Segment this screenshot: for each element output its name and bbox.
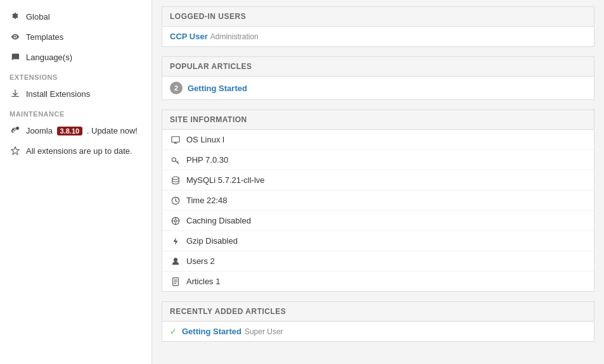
site-info-caching-label: Caching Disabled (186, 216, 251, 225)
maintenance-section-label: MAINTENANCE (0, 104, 151, 120)
site-info-php-label: PHP 7.0.30 (186, 155, 228, 165)
sidebar-joomla-label: Joomla 3.8.10 . Update now! (26, 126, 138, 135)
sidebar-item-install-extensions[interactable]: Install Extensions (0, 84, 151, 104)
site-info-mysql-label: MySQLi 5.7.21-cll-lve (186, 175, 265, 185)
user-icon (170, 257, 181, 266)
svg-line-6 (176, 160, 179, 163)
sidebar-global-label: Global (26, 12, 50, 22)
database-icon (170, 176, 181, 185)
recently-added-panel: RECENTLY ADDED ARTICLES ✓ Getting Starte… (162, 301, 594, 342)
eye-icon (10, 31, 21, 42)
bolt-icon (170, 237, 181, 246)
site-info-php: PHP 7.0.30 (162, 150, 594, 170)
joomla-version-badge: 3.8.10 (57, 127, 83, 135)
sidebar-item-templates[interactable]: Templates (0, 27, 151, 47)
download-icon (10, 88, 21, 99)
svg-rect-2 (172, 136, 179, 142)
sidebar-item-extensions-uptodate[interactable]: All extensions are up to date. (0, 141, 151, 161)
sidebar-item-joomla-update[interactable]: Joomla 3.8.10 . Update now! (0, 120, 151, 141)
popular-article-link[interactable]: Getting Started (188, 84, 247, 93)
update-now-text: . Update now! (87, 126, 138, 135)
site-info-articles: Articles 1 (162, 272, 594, 291)
site-info-gzip-label: Gzip Disabled (186, 236, 238, 246)
popular-articles-panel: POPULAR ARTICLES 2 Getting Started (162, 56, 594, 100)
svg-point-13 (174, 220, 177, 222)
logged-in-users-panel: LOGGED-IN USERS CCP User Administration (162, 6, 594, 47)
sidebar-templates-label: Templates (26, 32, 63, 42)
clock-icon (170, 196, 181, 205)
site-info-articles-label: Articles 1 (186, 277, 220, 286)
svg-point-8 (172, 177, 179, 179)
recently-added-article-link[interactable]: Getting Started (182, 327, 241, 336)
sidebar-extensions-uptodate-label: All extensions are up to date. (26, 146, 132, 156)
site-info-mysql: MySQLi 5.7.21-cll-lve (162, 170, 594, 191)
sidebar-item-global[interactable]: Global (0, 6, 151, 27)
site-info-os: OS Linux l (162, 130, 594, 150)
site-information-panel: SITE INFORMATION OS Linux l PHP (162, 110, 594, 292)
recently-added-author: Super User (245, 327, 283, 336)
sidebar-install-extensions-label: Install Extensions (26, 89, 90, 99)
site-info-caching: Caching Disabled (162, 211, 594, 231)
site-information-header: SITE INFORMATION (162, 110, 594, 130)
joomla-icon (10, 125, 21, 136)
main-content: LOGGED-IN USERS CCP User Administration … (152, 0, 604, 364)
site-info-time: Time 22:48 (162, 191, 594, 211)
gear-icon (10, 11, 21, 22)
sidebar-item-languages[interactable]: Language(s) (0, 47, 151, 67)
svg-point-0 (16, 127, 19, 130)
check-icon: ✓ (170, 327, 177, 336)
site-info-users-label: Users 2 (186, 256, 215, 266)
recently-added-header: RECENTLY ADDED ARTICLES (162, 302, 594, 322)
site-info-gzip: Gzip Disabled (162, 231, 594, 251)
monitor-icon (170, 135, 181, 144)
article-count-badge: 2 (170, 82, 183, 94)
extensions-section-label: EXTENSIONS (0, 67, 151, 84)
site-info-os-label: OS Linux l (186, 135, 224, 144)
comment-icon (10, 51, 21, 63)
popular-articles-header: POPULAR ARTICLES (162, 57, 594, 77)
key-icon (170, 156, 181, 165)
svg-line-7 (177, 161, 179, 162)
circle-o-icon (170, 217, 181, 225)
sidebar-languages-label: Language(s) (26, 53, 72, 62)
site-info-time-label: Time 22:48 (186, 196, 228, 205)
svg-line-11 (176, 201, 177, 202)
logged-in-users-header: LOGGED-IN USERS (162, 7, 594, 27)
logged-in-user-name[interactable]: CCP User (170, 32, 208, 41)
logged-in-user-role: Administration (210, 32, 259, 41)
sidebar: Global Templates Language(s) EXTENSIONS … (0, 0, 152, 364)
site-info-users: Users 2 (162, 251, 594, 272)
file-icon (170, 277, 181, 286)
recently-added-article-row: ✓ Getting Started Super User (162, 322, 594, 341)
svg-marker-18 (174, 237, 178, 244)
svg-point-19 (174, 258, 177, 261)
popular-article-row: 2 Getting Started (162, 77, 594, 99)
star-icon (10, 145, 21, 156)
svg-marker-1 (11, 147, 19, 154)
logged-in-user-row: CCP User Administration (162, 27, 594, 46)
